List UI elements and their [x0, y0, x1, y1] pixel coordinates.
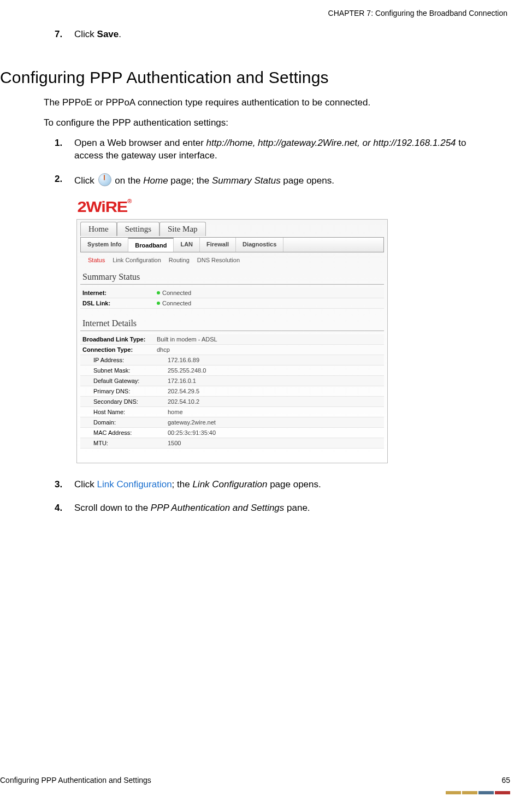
step-1: 1. Open a Web browser and enter http://h…: [55, 137, 488, 162]
table-row: Connection Type:dhcp: [80, 345, 384, 355]
status-dot-icon: [157, 302, 160, 305]
table-row: Broadband Link Type:Built in modem - ADS…: [80, 334, 384, 345]
text: pane.: [284, 503, 310, 513]
tab-home[interactable]: Home: [80, 222, 117, 236]
subtab-firewall[interactable]: Firewall: [200, 238, 236, 252]
footer-bar: [478, 791, 494, 794]
step-3: 3. Click Link Configuration; the Link Co…: [55, 479, 488, 491]
row-value: home: [168, 409, 183, 415]
page-footer: Configuring PPP Authentication and Setti…: [0, 776, 510, 785]
text-italic: Link Configuration: [192, 479, 267, 490]
sub-links: Status Link Configuration Routing DNS Re…: [80, 252, 384, 271]
intro-paragraph-2: To configure the PPP authentication sett…: [44, 117, 488, 129]
shot-frame: Home Settings Site Map System Info Broad…: [76, 219, 388, 463]
subtab-broadband[interactable]: Broadband: [128, 238, 174, 252]
subtab-lan[interactable]: LAN: [174, 238, 200, 252]
row-value: Built in modem - ADSL: [157, 336, 217, 343]
link-configuration-link[interactable]: Link Configuration: [97, 479, 172, 490]
tab-settings[interactable]: Settings: [117, 222, 159, 236]
table-row: Default Gateway:172.16.0.1: [80, 376, 384, 386]
sublink-routing[interactable]: Routing: [169, 257, 190, 263]
footer-bar: [446, 791, 461, 794]
table-row: DSL Link:Connected: [80, 298, 384, 309]
table-row: Domain:gateway.2wire.net: [80, 417, 384, 428]
step-7: 7. Click Save.: [55, 28, 488, 41]
sublink-status[interactable]: Status: [88, 257, 105, 263]
row-value: gateway.2wire.net: [168, 419, 216, 426]
tab-site-map[interactable]: Site Map: [159, 222, 206, 236]
table-row: Host Name:home: [80, 407, 384, 417]
row-label: DSL Link:: [82, 300, 153, 306]
row-value: 202.54.29.5: [168, 388, 199, 394]
table-row: Primary DNS:202.54.29.5: [80, 386, 384, 397]
footer-color-bars: [446, 791, 510, 794]
top-tabs: Home Settings Site Map: [80, 222, 384, 236]
row-label: Internet:: [82, 290, 153, 296]
table-row: Internet:Connected: [80, 288, 384, 298]
row-label: Secondary DNS:: [82, 398, 164, 405]
step-text: Open a Web browser and enter http://home…: [74, 137, 488, 162]
step-2: 2. Click on the Home page; the Summary S…: [55, 173, 488, 187]
row-value: 00:25:3c:91:35:40: [168, 429, 216, 436]
step-number: 1.: [55, 137, 74, 162]
row-value-text: Connected: [162, 290, 191, 296]
row-label: Connection Type:: [82, 346, 153, 353]
sub-tabs: System Info Broadband LAN Firewall Diagn…: [80, 237, 384, 252]
row-value: 172.16.6.89: [168, 357, 199, 363]
step-number: 4.: [55, 502, 74, 515]
subtab-diagnostics[interactable]: Diagnostics: [236, 238, 283, 252]
row-value: Connected: [157, 300, 191, 306]
text: Click: [74, 175, 97, 186]
row-value: Connected: [157, 290, 191, 296]
row-label: Broadband Link Type:: [82, 336, 153, 343]
text: on the: [113, 175, 144, 186]
text: page opens.: [267, 479, 321, 490]
sublink-dns-resolution[interactable]: DNS Resolution: [197, 257, 240, 263]
text-italic: PPP Authentication and Settings: [151, 503, 284, 513]
step-number: 7.: [55, 28, 74, 41]
text: Click: [74, 479, 97, 490]
summary-status-title: Summary Status: [80, 271, 384, 285]
row-label: MTU:: [82, 440, 164, 446]
row-label: Subnet Mask:: [82, 367, 164, 374]
text: page; the: [168, 175, 212, 186]
text: ; the: [172, 479, 193, 490]
sublink-link-configuration[interactable]: Link Configuration: [113, 257, 161, 263]
save-label: Save: [97, 29, 119, 39]
row-value: 1500: [168, 440, 181, 446]
text: .: [119, 29, 121, 39]
globe-icon: [98, 173, 111, 186]
table-row: MAC Address:00:25:3c:91:35:40: [80, 428, 384, 438]
status-dot-icon: [157, 291, 160, 294]
step-4: 4. Scroll down to the PPP Authentication…: [55, 502, 488, 515]
intro-paragraph-1: The PPPoE or PPPoA connection type requi…: [44, 97, 488, 109]
row-value-text: Connected: [162, 300, 191, 306]
row-value: 172.16.0.1: [168, 378, 196, 384]
table-row: IP Address:172.16.6.89: [80, 355, 384, 365]
row-label: Host Name:: [82, 409, 164, 415]
internet-details-table: Broadband Link Type:Built in modem - ADS…: [80, 334, 384, 449]
chapter-header: CHAPTER 7: Configuring the Broadband Con…: [0, 9, 510, 17]
step-number: 3.: [55, 479, 74, 491]
logo-text: 2WiRE: [78, 198, 128, 215]
row-label: Domain:: [82, 419, 164, 426]
footer-section-title: Configuring PPP Authentication and Setti…: [0, 776, 151, 785]
row-label: Primary DNS:: [82, 388, 164, 394]
text: Open a Web browser and enter: [74, 138, 206, 148]
row-value: dhcp: [157, 346, 170, 353]
section-heading: Configuring PPP Authentication and Setti…: [0, 68, 510, 87]
row-value: 202.54.10.2: [168, 398, 199, 405]
row-label: IP Address:: [82, 357, 164, 363]
table-row: Subnet Mask:255.255.248.0: [80, 365, 384, 376]
table-row: Secondary DNS:202.54.10.2: [80, 397, 384, 407]
subtab-system-info[interactable]: System Info: [81, 238, 128, 252]
text-italic: Summary Status: [212, 175, 281, 186]
footer-bar: [462, 791, 477, 794]
logo-reg: ®: [127, 198, 131, 204]
row-label: MAC Address:: [82, 429, 164, 436]
step-number: 2.: [55, 173, 74, 187]
text: page opens.: [281, 175, 334, 186]
footer-page-number: 65: [501, 776, 510, 785]
step-text: Scroll down to the PPP Authentication an…: [74, 502, 488, 515]
text: Scroll down to the: [74, 503, 151, 513]
